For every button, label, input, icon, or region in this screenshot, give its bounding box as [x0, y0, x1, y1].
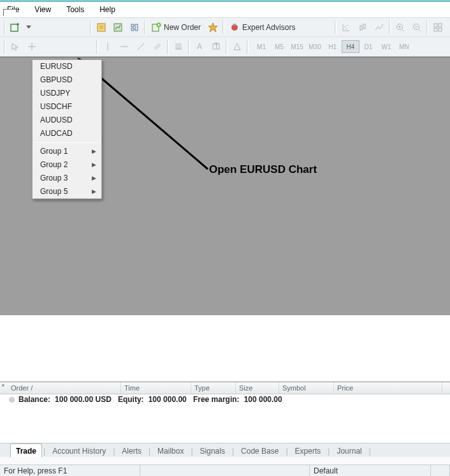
terminal-tab-journal[interactable]: Journal — [331, 443, 367, 457]
symbol-menu-item[interactable]: EURUSD — [33, 60, 101, 73]
balance-label: Balance: — [18, 394, 50, 405]
terminal-tab-trade[interactable]: Trade — [10, 443, 42, 457]
equity-value: 100 000.00 — [149, 394, 187, 405]
svg-line-16 — [86, 65, 208, 169]
balance-row[interactable]: Balance: 100 000.00 USD Equity: 100 000.… — [0, 394, 450, 405]
new-order-label: New Order — [164, 23, 201, 32]
timeframe-m1-button[interactable]: M1 — [252, 40, 270, 53]
chart-workspace: EURUSDGBPUSDUSDJPYUSDCHFAUDUSDAUDCADGrou… — [0, 57, 450, 315]
toolbar-sep — [90, 20, 92, 34]
freemargin-value: 100 000.00 — [244, 394, 282, 405]
cursor-tool[interactable] — [8, 39, 23, 54]
chart-list-dropdown[interactable] — [24, 20, 33, 35]
symbol-group-item[interactable]: Group 3▶ — [33, 172, 101, 185]
symbol-dropdown-menu: EURUSDGBPUSDUSDJPYUSDCHFAUDUSDAUDCADGrou… — [32, 59, 102, 199]
submenu-arrow-icon: ▶ — [92, 172, 96, 185]
trendline-tool[interactable] — [133, 39, 149, 54]
tile-windows-button[interactable] — [430, 20, 446, 35]
tab-divider: | — [147, 447, 152, 457]
hline-tool[interactable] — [117, 39, 132, 54]
column-header[interactable]: Order / — [8, 382, 121, 394]
window-corner — [3, 9, 16, 16]
terminal-column-header[interactable]: Order /TimeTypeSizeSymbolPrice — [0, 382, 450, 394]
toolbar-sep — [144, 20, 146, 34]
status-end — [431, 465, 450, 476]
svg-rect-6 — [360, 26, 362, 30]
timeframe-h4-button[interactable]: H4 — [342, 40, 359, 53]
text-tool[interactable]: A — [192, 39, 207, 54]
status-profile[interactable]: Default — [310, 465, 431, 476]
zoom-in-button[interactable] — [393, 20, 408, 35]
menu-view[interactable]: View — [33, 2, 53, 17]
column-header[interactable]: Price — [334, 382, 442, 394]
column-header[interactable]: Symbol — [279, 382, 334, 394]
bar-chart-button[interactable] — [338, 20, 354, 35]
status-spacer — [140, 465, 310, 476]
timeframe-m30-button[interactable]: M30 — [306, 40, 324, 53]
tab-divider: | — [231, 447, 235, 457]
column-header[interactable]: Type — [191, 382, 236, 394]
tab-divider: | — [326, 447, 331, 457]
toolbar-sep — [188, 40, 190, 54]
timeframe-m15-button[interactable]: M15 — [288, 40, 306, 53]
timeframe-mn-button[interactable]: MN — [395, 40, 413, 53]
terminal-tab-mailbox[interactable]: Mailbox — [152, 443, 189, 457]
svg-rect-5 — [233, 24, 236, 26]
equidistant-tool[interactable] — [150, 39, 165, 54]
balance-value: 100 000.00 USD — [55, 394, 112, 405]
symbol-group-item[interactable]: Group 1▶ — [33, 145, 101, 158]
candle-chart-button[interactable] — [355, 20, 370, 35]
text-label-tool[interactable]: T — [208, 39, 224, 54]
symbol-group-item[interactable]: Group 2▶ — [33, 158, 101, 172]
toolbar-sep — [426, 20, 428, 34]
menubar: File View Tools Help — [0, 2, 450, 17]
symbol-menu-item[interactable]: USDJPY — [33, 87, 101, 100]
menu-help[interactable]: Help — [98, 2, 117, 17]
svg-rect-0 — [11, 24, 18, 31]
terminal-close-button[interactable]: × — [0, 382, 6, 389]
column-header[interactable]: Time — [121, 382, 191, 394]
column-header[interactable]: Size — [236, 382, 279, 394]
toolbar-grip — [4, 20, 6, 34]
terminal-tab-account-history[interactable]: Account History — [47, 443, 112, 457]
terminal-tab-experts[interactable]: Experts — [289, 443, 327, 457]
expert-advisors-button[interactable]: Expert Advisors — [226, 20, 298, 35]
timeframe-m5-button[interactable]: M5 — [270, 40, 288, 53]
svg-rect-11 — [439, 24, 442, 27]
tab-divider: | — [284, 447, 289, 457]
fibo-tool[interactable] — [171, 39, 186, 54]
symbol-menu-item[interactable]: USDCHF — [33, 100, 101, 114]
symbol-group-item[interactable]: Group 5▶ — [33, 185, 101, 198]
toolbar-sep — [389, 20, 391, 34]
annotation-label: Open EURUSD Chart — [209, 163, 317, 176]
toolbar-area: New Order Expert Advisors — [0, 17, 450, 57]
symbol-menu-item[interactable]: AUDUSD — [33, 114, 101, 127]
new-chart-button[interactable] — [8, 20, 23, 35]
shapes-tool[interactable] — [229, 39, 245, 54]
timeframe-h1-button[interactable]: H1 — [324, 40, 342, 53]
crosshair-tool[interactable] — [24, 39, 40, 54]
toolbar-sep — [226, 40, 228, 54]
menu-divider — [35, 142, 99, 143]
timeframe-d1-button[interactable]: D1 — [359, 40, 377, 53]
submenu-arrow-icon: ▶ — [92, 158, 96, 172]
symbol-menu-item[interactable]: GBPUSD — [33, 73, 101, 87]
vline-tool[interactable] — [100, 39, 115, 54]
zoom-out-button[interactable] — [409, 20, 425, 35]
new-order-button[interactable]: New Order — [148, 20, 204, 35]
profiles-button[interactable] — [94, 20, 109, 35]
line-chart-button[interactable] — [372, 20, 387, 35]
svg-rect-1 — [98, 24, 105, 31]
terminal-tab-signals[interactable]: Signals — [194, 443, 231, 457]
toolbar-sep — [335, 20, 337, 34]
expert-advisors-label: Expert Advisors — [242, 23, 295, 32]
symbol-menu-item[interactable]: AUDCAD — [33, 127, 101, 140]
market-watch-button[interactable] — [110, 20, 126, 35]
timeframe-w1-button[interactable]: W1 — [377, 40, 395, 53]
terminal-tab-code-base[interactable]: Code Base — [235, 443, 284, 457]
autotrading-button[interactable] — [205, 20, 221, 35]
terminal-tab-alerts[interactable]: Alerts — [116, 443, 147, 457]
menu-tools[interactable]: Tools — [64, 2, 86, 17]
tab-divider: | — [189, 447, 194, 457]
navigator-button[interactable] — [127, 20, 142, 35]
